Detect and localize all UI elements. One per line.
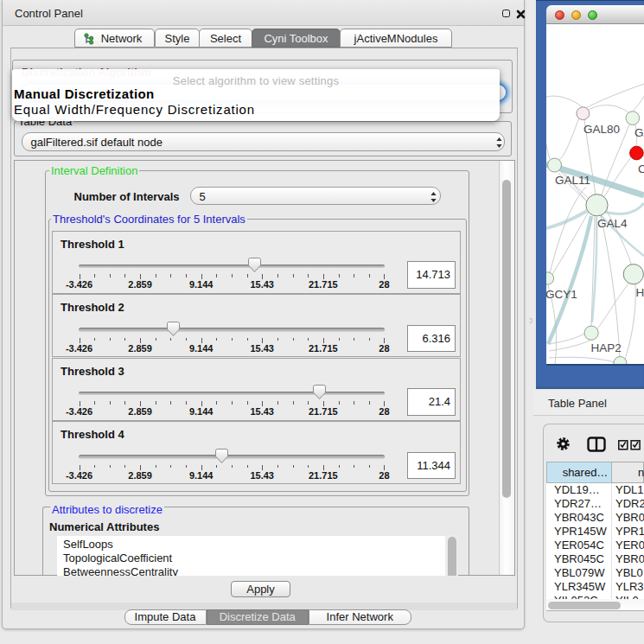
svg-text:HAP2: HAP2 xyxy=(590,341,621,354)
svg-text:H: H xyxy=(635,286,644,299)
svg-text:GAL4: GAL4 xyxy=(597,217,628,230)
svg-text:GAL80: GAL80 xyxy=(583,123,620,136)
svg-text:GA: GA xyxy=(634,126,644,139)
svg-text:GCY1: GCY1 xyxy=(546,288,577,301)
svg-text:C: C xyxy=(638,163,644,175)
svg-text:GAL11: GAL11 xyxy=(555,174,590,187)
